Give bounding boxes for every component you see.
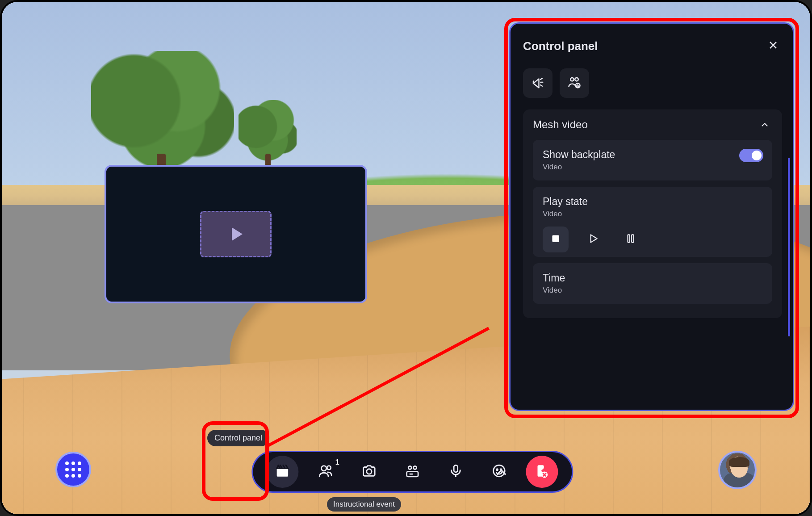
avatar-button[interactable]: [718, 451, 757, 489]
card-label: Play state: [543, 196, 762, 208]
svg-point-12: [570, 78, 574, 81]
panel-title: Control panel: [523, 39, 598, 53]
play-button[interactable]: [580, 227, 606, 252]
scene-tree: [91, 51, 234, 176]
clapperboard-icon: [275, 463, 290, 480]
pause-button[interactable]: [618, 227, 644, 252]
leave-button[interactable]: [526, 456, 558, 488]
play-icon: [587, 233, 599, 246]
people-icon: [318, 463, 334, 480]
card-time: Time Video: [533, 263, 772, 304]
world-video-panel[interactable]: [105, 165, 367, 303]
reactions-button[interactable]: [483, 456, 515, 488]
card-sublabel: Video: [543, 210, 762, 218]
svg-point-2: [367, 469, 372, 474]
toggle-show-backplate[interactable]: [739, 149, 763, 162]
close-icon: [768, 40, 779, 52]
card-sublabel: Video: [543, 163, 762, 172]
section-title: Mesh video: [533, 118, 588, 131]
stop-icon: [550, 233, 561, 246]
svg-point-13: [575, 78, 578, 81]
camera-icon: [362, 463, 377, 480]
video-placeholder[interactable]: [200, 211, 272, 257]
card-play-state: Play state Video: [533, 187, 772, 257]
card-label: Time: [543, 272, 762, 284]
screen-share-button[interactable]: [396, 456, 428, 488]
card-show-backplate: Show backplate Video: [533, 140, 772, 180]
megaphone-button[interactable]: [523, 68, 552, 98]
people-mute-icon: [568, 76, 581, 91]
tooltip-control-panel: Control panel: [207, 430, 269, 446]
participants-button[interactable]: 1: [310, 456, 342, 488]
scene-tree: [239, 100, 297, 167]
megaphone-icon: [531, 76, 544, 91]
scrollbar[interactable]: [788, 158, 790, 336]
svg-point-3: [408, 466, 411, 469]
card-sublabel: Video: [543, 286, 762, 295]
pause-icon: [625, 233, 636, 246]
toolbar: 1: [251, 451, 573, 493]
app-frame: Control panel 1: [0, 0, 812, 516]
microphone-button[interactable]: [439, 456, 472, 488]
close-button[interactable]: [764, 37, 782, 55]
svg-rect-15: [578, 84, 578, 86]
participant-count: 1: [335, 458, 339, 466]
control-panel-button[interactable]: [267, 456, 299, 488]
chevron-up-icon: [760, 120, 770, 130]
chevron-up-icon: [494, 465, 509, 482]
svg-rect-18: [632, 235, 633, 242]
camera-button[interactable]: [353, 456, 385, 488]
play-icon: [232, 227, 243, 241]
section-mesh-video: Mesh video Show backplate Video Play sta…: [523, 109, 782, 318]
screen-share-icon: [405, 463, 420, 480]
svg-point-0: [322, 466, 326, 471]
svg-point-1: [327, 466, 331, 470]
svg-rect-6: [454, 465, 458, 472]
stop-button[interactable]: [543, 227, 569, 252]
svg-rect-17: [628, 235, 630, 242]
grid-icon: [65, 461, 81, 478]
card-label: Show backplate: [543, 149, 762, 161]
leave-icon: [535, 463, 550, 480]
tooltip-instructional-event: Instructional event: [327, 497, 401, 512]
svg-rect-16: [552, 235, 559, 242]
section-header[interactable]: Mesh video: [533, 118, 772, 131]
svg-point-4: [413, 466, 416, 469]
control-panel: Control panel Mesh video: [509, 22, 794, 411]
microphone-icon: [448, 463, 463, 480]
main-menu-button[interactable]: [55, 452, 91, 487]
mute-all-button[interactable]: [560, 68, 589, 98]
